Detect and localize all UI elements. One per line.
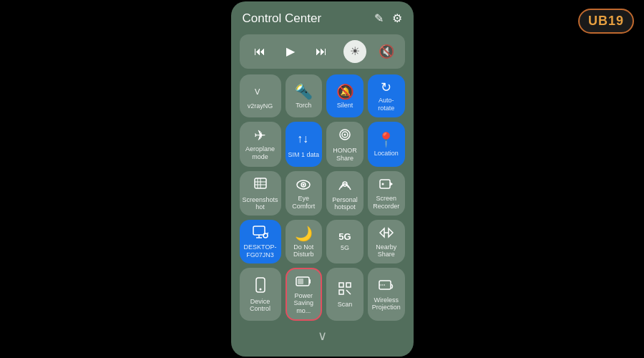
aeroplane-mode-label: Aeroplane mode (243, 145, 278, 161)
device-control-label: Device Control (243, 298, 278, 314)
torch-icon: 🔦 (295, 84, 313, 99)
tile-silent[interactable]: 🔕Silent (326, 74, 364, 117)
screen-recorder-icon (379, 178, 394, 192)
screenshot-icon (253, 177, 268, 193)
torch-label: Torch (296, 102, 311, 110)
bottom-indicator: ∨ (240, 328, 405, 344)
power-saving-icon (296, 275, 311, 289)
do-not-disturb-icon: 🌙 (295, 226, 313, 241)
tile-sim1-data[interactable]: ↑↓SIM 1 data (286, 122, 323, 167)
5g-label: 5G (341, 244, 349, 252)
chevron-down-icon: ∨ (318, 328, 327, 344)
auto-rotate-label: Auto-rotate (371, 97, 402, 112)
v2rayng-icon: V (253, 84, 268, 100)
svg-point-12 (303, 184, 305, 186)
tile-eye-comfort[interactable]: Eye Comfort (286, 171, 323, 216)
tile-location[interactable]: 📍Location (368, 122, 405, 167)
logo: UB19 (578, 9, 634, 34)
tile-v2rayng[interactable]: Vv2rayNG (240, 74, 281, 117)
mute-button[interactable]: 🔇 (379, 44, 394, 59)
svg-rect-29 (346, 283, 351, 287)
svg-text:V: V (255, 87, 260, 96)
svg-line-31 (346, 290, 351, 294)
svg-rect-14 (380, 180, 390, 188)
tile-personal-hotspot[interactable]: Personal hotspot (326, 171, 364, 216)
scan-icon (338, 281, 352, 298)
cc-title: Control Center (243, 11, 322, 26)
device-control-icon (255, 277, 265, 295)
power-saving-label: Power Saving mo... (290, 292, 318, 315)
svg-rect-30 (339, 290, 343, 294)
settings-icon[interactable]: ⚙ (392, 11, 402, 25)
brightness-button[interactable]: ☀ (343, 40, 366, 63)
personal-hotspot-label: Personal hotspot (329, 196, 361, 212)
location-icon: 📍 (377, 132, 395, 147)
play-button[interactable]: ▶ (282, 43, 299, 59)
svg-rect-17 (253, 226, 265, 235)
sim1-data-label: SIM 1 data (288, 151, 320, 159)
tile-screenshot[interactable]: Screenshots hot (240, 171, 281, 216)
prev-button[interactable]: ⏮ (250, 44, 270, 59)
eye-comfort-icon (296, 178, 311, 192)
desktop-icon (253, 226, 268, 241)
sim1-data-icon: ↑↓ (296, 130, 311, 148)
aeroplane-mode-icon: ✈ (254, 128, 266, 142)
v2rayng-label: v2rayNG (248, 102, 273, 110)
honor-share-label: HONOR Share (329, 147, 361, 163)
tile-honor-share[interactable]: HONOR Share (326, 122, 364, 167)
desktop-label: DESKTOP-FG07JN3 (243, 243, 278, 259)
personal-hotspot-icon (338, 177, 352, 193)
media-controls-row: ⏮ ▶ ⏭ ☀ 🔇 (240, 34, 405, 69)
wireless-projection-label: Wireless Projection (371, 296, 402, 312)
cc-header-icons: ✎ ⚙ (374, 11, 402, 25)
5g-icon: 5G (338, 232, 351, 241)
tile-aeroplane-mode[interactable]: ✈Aeroplane mode (240, 122, 281, 167)
location-label: Location (374, 150, 399, 158)
nearby-share-label: Nearby Share (371, 243, 402, 259)
tile-device-control[interactable]: Device Control (240, 268, 281, 321)
svg-point-16 (381, 183, 384, 185)
scan-label: Scan (338, 301, 353, 309)
auto-rotate-icon: ↻ (381, 81, 391, 94)
brightness-icon: ☀ (350, 44, 360, 58)
tile-auto-rotate[interactable]: ↻Auto-rotate (368, 74, 405, 117)
silent-icon: 🔕 (336, 84, 354, 99)
eye-comfort-label: Eye Comfort (288, 195, 320, 211)
silent-label: Silent (337, 102, 353, 110)
svg-text:↑↓: ↑↓ (297, 132, 308, 145)
tile-screen-recorder[interactable]: Screen Recorder (368, 171, 405, 216)
tile-nearby-share[interactable]: Nearby Share (368, 220, 405, 263)
control-center-panel: Control Center ✎ ⚙ ⏮ ▶ ⏭ ☀ 🔇 Vv2rayNG🔦To… (231, 1, 414, 357)
svg-point-4 (344, 133, 346, 135)
nearby-share-icon (379, 226, 394, 241)
svg-rect-28 (339, 283, 343, 287)
honor-share-icon (338, 127, 352, 144)
tiles-grid: Vv2rayNG🔦Torch🔕Silent↻Auto-rotate✈Aeropl… (240, 74, 405, 321)
screenshot-label: Screenshots hot (243, 196, 278, 212)
edit-icon[interactable]: ✎ (374, 11, 384, 25)
cc-header: Control Center ✎ ⚙ (240, 11, 405, 29)
screen-recorder-label: Screen Recorder (371, 195, 402, 211)
next-button[interactable]: ⏭ (311, 44, 331, 59)
svg-rect-27 (298, 279, 303, 284)
svg-marker-15 (390, 182, 393, 186)
svg-rect-26 (309, 279, 311, 284)
tile-do-not-disturb[interactable]: 🌙Do Not Disturb (286, 220, 323, 263)
wireless-projection-icon (379, 279, 394, 294)
tile-5g[interactable]: 5G5G (326, 220, 364, 263)
svg-line-21 (267, 233, 268, 234)
tile-wireless-projection[interactable]: Wireless Projection (368, 268, 405, 321)
tile-scan[interactable]: Scan (326, 268, 364, 321)
tile-torch[interactable]: 🔦Torch (286, 74, 323, 117)
tile-desktop[interactable]: DESKTOP-FG07JN3 (240, 220, 281, 263)
tile-power-saving[interactable]: Power Saving mo... (286, 268, 323, 321)
logo-text: UB19 (588, 14, 624, 29)
do-not-disturb-label: Do Not Disturb (288, 243, 320, 259)
svg-point-24 (259, 288, 261, 290)
